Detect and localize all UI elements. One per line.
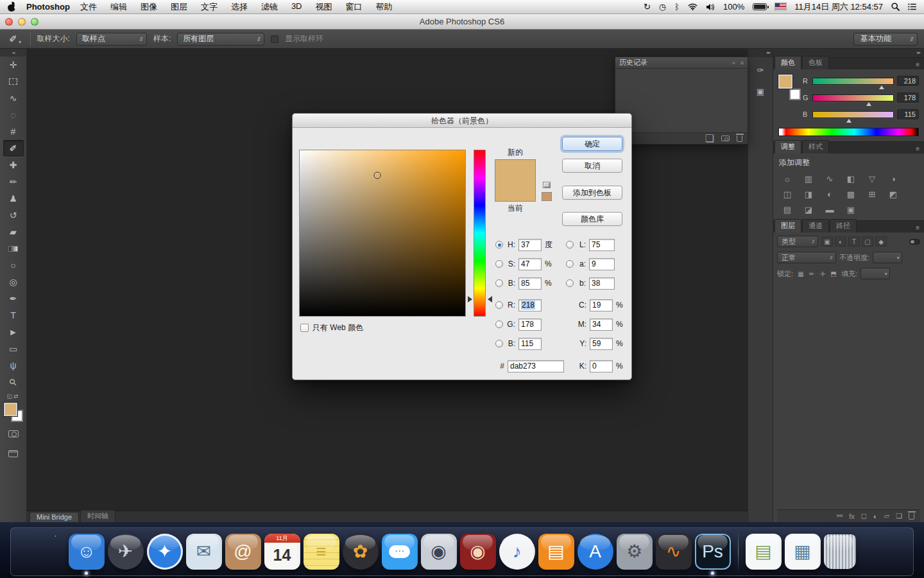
blend-mode-select[interactable]: 正常⇕ (777, 252, 836, 263)
show-sampling-ring-checkbox[interactable] (271, 35, 278, 43)
delete-state-icon[interactable] (737, 136, 742, 142)
dock-icon-trash[interactable] (824, 534, 856, 569)
dialog-title[interactable]: 拾色器（前景色） (293, 114, 631, 128)
layer-filter-type-select[interactable]: 类型⇕ (777, 236, 818, 247)
blur-tool[interactable]: ○ (3, 257, 24, 274)
blue-radio[interactable] (495, 340, 503, 347)
hand-tool[interactable]: ψ (3, 357, 24, 374)
sample-select[interactable]: 所有图层⇕ (177, 33, 264, 46)
layer-group-icon[interactable]: ▱ (884, 512, 889, 520)
new-snapshot-icon[interactable] (721, 136, 730, 141)
hue-input[interactable]: 37 (518, 239, 542, 251)
layer-filter-toggle[interactable] (909, 239, 920, 245)
brush-tool[interactable]: ✏ (3, 173, 24, 190)
healing-brush-tool[interactable]: ✚ (3, 157, 24, 173)
brightness-contrast-icon[interactable]: ☼ (779, 172, 796, 186)
photo-filter-icon[interactable]: ◐ (821, 188, 838, 201)
sample-size-select[interactable]: 取样点⇕ (76, 33, 147, 46)
magenta-input[interactable]: 34 (590, 319, 613, 331)
cyan-input[interactable]: 19 (590, 299, 613, 311)
clone-stamp-tool[interactable]: ♟ (3, 190, 24, 207)
notification-center-icon[interactable] (908, 3, 916, 10)
close-button[interactable] (5, 18, 13, 26)
eyedropper-tool[interactable]: ✐ (3, 140, 24, 157)
vibrance-icon[interactable]: ▽ (864, 172, 880, 186)
fill-select[interactable]: ▾ (860, 268, 890, 279)
link-layers-icon[interactable]: ⚯ (837, 512, 843, 520)
menubar-menu-item[interactable]: 视图 (316, 1, 332, 13)
move-tool[interactable]: ✛ (3, 57, 24, 73)
dock-icon-launchpad[interactable]: ✈ (108, 534, 144, 570)
foreground-background-swatches[interactable] (4, 403, 23, 422)
menubar-menu-item[interactable]: 图像 (141, 1, 157, 13)
menubar-menu-item[interactable]: 滤镜 (261, 1, 278, 13)
tab-swatches[interactable]: 色板 (802, 56, 829, 69)
dock-icon-wave-app[interactable]: ∿ (656, 534, 692, 570)
add-to-swatches-button[interactable]: 添加到色板 (562, 186, 622, 200)
quick-selection-tool[interactable]: ◌ (3, 107, 24, 123)
saturation-radio[interactable] (495, 260, 503, 268)
time-machine-icon[interactable]: ◷ (659, 3, 666, 11)
curves-icon[interactable]: ∿ (821, 172, 838, 186)
new-doc-from-state-icon[interactable]: ❏ (705, 132, 714, 144)
new-layer-icon[interactable]: ❏ (896, 512, 902, 520)
lock-pixels-icon[interactable]: ✏ (807, 268, 816, 279)
saturation-input[interactable]: 47 (518, 258, 542, 270)
hex-input[interactable]: dab273 (508, 360, 564, 372)
color-spectrum-ramp[interactable] (778, 128, 919, 136)
adjustments-panel-menu-icon[interactable]: ≡ (911, 145, 924, 153)
icon-strip-collapse-chevron[interactable]: ▸▸ (748, 49, 773, 57)
color-slider-track[interactable] (812, 94, 894, 101)
dock-icon-system-preferences[interactable]: ⚙ (617, 534, 653, 570)
dock-icon-safari[interactable]: ✦ (147, 534, 183, 570)
default-colors-icon[interactable]: ◱⇄ (6, 393, 19, 399)
levels-icon[interactable]: ▥ (800, 172, 817, 186)
color-balance-icon[interactable]: ◫ (779, 188, 796, 201)
eraser-tool[interactable]: ▰ (3, 223, 24, 240)
menubar-clock[interactable]: 11月14日 周六 12:54:57 (794, 1, 883, 13)
layer-mask-icon[interactable]: ◻ (861, 512, 867, 520)
dock-icon-downloads-stack[interactable]: ▦ (785, 534, 821, 570)
color-field-marker[interactable] (374, 171, 381, 179)
spotlight-icon[interactable] (891, 3, 900, 11)
gradient-tool[interactable] (3, 240, 24, 257)
color-slider-thumb[interactable] (846, 116, 851, 123)
gamut-warning-cube-icon[interactable] (543, 182, 551, 188)
layer-comps-panel-icon[interactable]: ▣ (751, 83, 770, 100)
menubar-menu-item[interactable]: 3D (291, 1, 302, 13)
tab-channels[interactable]: 通道 (802, 219, 829, 232)
shape-filter-icon[interactable]: ▢ (862, 236, 873, 247)
hue-thumb-left-arrow[interactable] (468, 296, 472, 302)
bluetooth-icon[interactable]: ᛒ (674, 3, 680, 11)
menubar-menu-item[interactable]: 文字 (201, 1, 218, 13)
menubar-app-name[interactable]: Photoshop (26, 2, 70, 12)
channel-mixer-icon[interactable]: ▩ (843, 188, 859, 201)
menubar-menu-item[interactable]: 编辑 (110, 1, 127, 13)
dock-icon-iphoto[interactable]: ✿ (343, 534, 379, 570)
type-tool[interactable]: T (3, 307, 24, 324)
hue-saturation-icon[interactable]: ◑ (885, 172, 902, 186)
history-brush-tool[interactable]: ↺ (3, 207, 24, 223)
color-panel-menu-icon[interactable]: ≡ (911, 61, 924, 69)
smart-object-filter-icon[interactable]: ◆ (875, 236, 887, 247)
hue-thumb-right-arrow[interactable] (488, 296, 492, 302)
minimize-button[interactable] (18, 18, 26, 26)
hue-radio[interactable] (495, 241, 503, 249)
color-slider-thumb[interactable] (879, 83, 884, 89)
invert-icon[interactable]: ◩ (885, 188, 902, 201)
menubar-menu-item[interactable]: 图层 (171, 1, 187, 13)
tab-styles[interactable]: 样式 (802, 140, 829, 153)
path-selection-tool[interactable]: ► (3, 324, 24, 340)
rectangle-tool[interactable]: ▭ (3, 340, 24, 357)
dock-icon-itunes[interactable]: ♪ (499, 534, 535, 570)
dock-icon-notes[interactable]: ≡ (304, 534, 339, 570)
zoom-button[interactable] (31, 18, 38, 26)
a-radio[interactable] (566, 260, 574, 268)
workspace-switcher-button[interactable]: 基本功能⇕ (853, 33, 918, 46)
opacity-select[interactable]: ▾ (873, 252, 902, 263)
green-radio[interactable] (495, 320, 503, 328)
lightness-radio[interactable] (566, 241, 574, 249)
adjustment-filter-icon[interactable]: ◐ (835, 236, 846, 247)
color-slider-track[interactable] (812, 78, 894, 85)
background-swatch[interactable] (789, 89, 801, 100)
